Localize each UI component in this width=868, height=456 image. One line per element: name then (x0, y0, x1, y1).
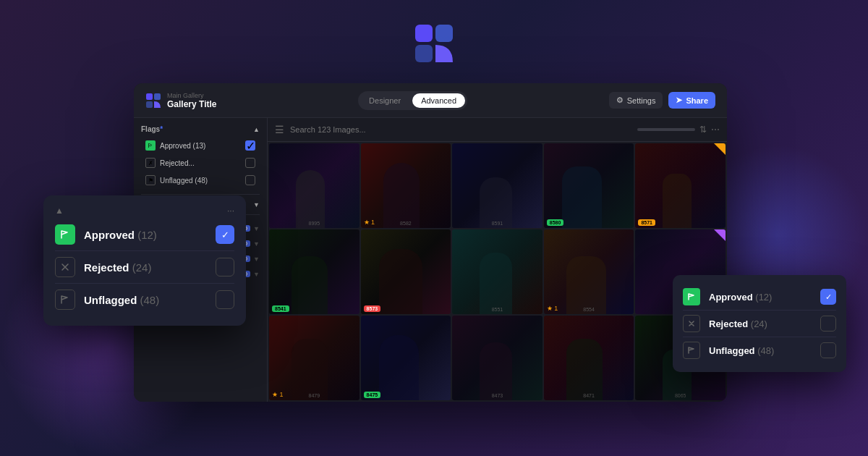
grid-cell-r3c1[interactable]: ★ 1 8479 (269, 316, 359, 400)
corner-triangle-r1c5 (714, 143, 726, 155)
grid-cell-r3c3[interactable]: 8473 (452, 316, 542, 400)
flag-panel-right: Approved (12) ✓ Rejected (24) Unflagged … (673, 275, 846, 372)
flag-panel-right-approved[interactable]: Approved (12) ✓ (683, 284, 836, 311)
panel-collapse-btn[interactable]: ▲ (55, 206, 64, 216)
panel-more-btn[interactable]: ··· (227, 206, 234, 216)
badge-r2c2: 8573 (364, 305, 381, 312)
cell-number-r2c4: 8554 (583, 307, 595, 312)
cell-number-r3c1: 8479 (309, 393, 320, 398)
header-left: Main Gallery Gallery Title (145, 92, 216, 109)
flag-panel-right-rejected[interactable]: Rejected (24) (683, 311, 836, 337)
unflagged-check-large[interactable] (216, 290, 234, 309)
app-header: Main Gallery Gallery Title Designer Adva… (134, 83, 727, 118)
grid-cell-r1c3[interactable]: 8591 (452, 143, 542, 228)
app-logo (412, 22, 456, 68)
grid-cell-r2c4[interactable]: ★ 1 8554 (544, 229, 634, 314)
approved-flag-icon-right (683, 288, 700, 305)
sort-icon[interactable]: ⇅ (699, 124, 707, 135)
approved-label-large: Approved (12) (84, 229, 207, 241)
approved-check-right[interactable]: ✓ (820, 289, 836, 305)
cell-number-r1c2: 8582 (400, 221, 412, 226)
gallery-subtitle: Main Gallery (167, 92, 216, 99)
unflagged-icon-small: ⚑ (145, 175, 156, 185)
rejected-checkbox[interactable] (245, 158, 255, 168)
grid-cell-r2c1[interactable]: ★ 1 8541 (269, 229, 359, 314)
grid-cell-r1c4[interactable]: 8580 (544, 143, 634, 228)
unflagged-checkbox[interactable] (245, 175, 255, 185)
approved-label-right: Approved (12) (709, 292, 812, 303)
sidebar-flag-rejected[interactable]: ✗ Rejected... (141, 155, 260, 171)
flag-panel-unflagged[interactable]: Unflagged (48) (55, 284, 234, 316)
unflagged-label-large: Unflagged (48) (84, 294, 207, 306)
menu-icon[interactable]: ☰ (275, 124, 284, 135)
cell-number-r3c4: 8471 (583, 393, 595, 398)
unflagged-flag-icon-right (683, 342, 700, 359)
grid-cell-r3c2[interactable]: 8475 (361, 316, 451, 400)
star-r1c2: ★ 1 (364, 219, 375, 226)
sidebar-rejected-label: Rejected... (160, 159, 241, 167)
tab-designer[interactable]: Designer (360, 93, 409, 108)
sidebar-approved-label: Approved (13) (160, 142, 241, 150)
divider-1 (141, 194, 260, 195)
approved-check-large[interactable]: ✓ (216, 225, 234, 244)
cell-number-r1c1: 8995 (309, 221, 320, 226)
cell-number-r1c3: 8591 (492, 221, 503, 226)
tab-advanced[interactable]: Advanced (412, 93, 465, 108)
gallery-title: Gallery Title (167, 99, 216, 109)
rejected-label-large: Rejected (24) (84, 261, 207, 274)
flag-panel-rejected[interactable]: Rejected (24) (55, 251, 234, 284)
badge-r1c4: 8580 (547, 219, 564, 226)
flag-panel-approved[interactable]: Approved (12) ✓ (55, 219, 234, 251)
grid-cell-r2c3[interactable]: 8551 (452, 229, 542, 314)
flag-panel-right-unflagged[interactable]: Unflagged (48) (683, 337, 836, 363)
unflagged-label-right: Unflagged (48) (709, 345, 812, 356)
rejected-label-right: Rejected (24) (709, 318, 812, 329)
gallery-info: Main Gallery Gallery Title (167, 92, 216, 109)
sidebar-unflagged-label: Unflagged (48) (160, 177, 241, 185)
search-bar: ☰ ⇅ ⋯ (268, 118, 727, 142)
panel-header-large: ▲ ··· (55, 206, 234, 216)
approved-icon-small: 🏳 (145, 140, 156, 151)
view-tabs: Designer Advanced (358, 91, 467, 110)
cell-number-r3c5: 8065 (675, 393, 686, 398)
search-actions: ⇅ ⋯ (637, 124, 720, 135)
grid-cell-r1c2[interactable]: ★ 1 8582 (361, 143, 451, 228)
sidebar-flag-unflagged[interactable]: ⚑ Unflagged (48) (141, 172, 260, 188)
search-input[interactable] (290, 125, 631, 134)
grid-cell-r2c2[interactable]: 8573 (361, 229, 451, 314)
cell-number-r2c3: 8551 (492, 307, 503, 312)
svg-rect-2 (415, 45, 433, 62)
rejected-flag-icon-large (55, 257, 75, 277)
cell-number-r3c3: 8473 (492, 393, 503, 398)
badge-r2c1: 8541 (272, 305, 289, 312)
grid-cell-r1c1[interactable]: 8995 (269, 143, 359, 228)
flag-panel-large: ▲ ··· Approved (12) ✓ Rejected (24) Unfl… (43, 195, 246, 326)
grid-cell-r3c4[interactable]: 8471 (544, 316, 634, 400)
header-right: ⚙ Settings ➤ Share (609, 92, 715, 109)
badge-r3c2: 8475 (364, 392, 381, 398)
svg-rect-1 (435, 25, 453, 42)
rejected-check-right[interactable] (820, 316, 836, 332)
svg-rect-0 (415, 25, 433, 42)
star-r3c1: ★ 1 (272, 391, 284, 398)
rejected-flag-icon-right (683, 315, 700, 332)
star-r2c4: ★ 1 (547, 305, 558, 312)
flags-section-title: Flags * ▲ (141, 125, 260, 133)
rejected-icon-small: ✗ (145, 158, 156, 168)
scroll-bar (637, 128, 695, 131)
settings-button[interactable]: ⚙ Settings (609, 92, 663, 109)
grid-cell-r1c5[interactable]: 8571 (635, 143, 726, 228)
main-content: ☰ ⇅ ⋯ 8995 (268, 118, 727, 402)
svg-rect-4 (154, 93, 161, 100)
badge-r1c5: 8571 (638, 219, 655, 226)
share-button[interactable]: ➤ Share (668, 92, 715, 109)
rejected-check-large[interactable] (216, 258, 234, 276)
image-grid: 8995 ★ 1 8582 8591 (268, 142, 727, 402)
more-options-icon[interactable]: ⋯ (711, 124, 720, 135)
svg-rect-5 (146, 101, 153, 108)
approved-checkbox[interactable]: ✓ (245, 140, 255, 151)
sidebar-flag-approved[interactable]: 🏳 Approved (13) ✓ (141, 138, 260, 153)
corner-triangle-r2c5 (714, 229, 726, 241)
unflagged-flag-icon-large (55, 290, 75, 310)
unflagged-check-right[interactable] (820, 342, 836, 358)
